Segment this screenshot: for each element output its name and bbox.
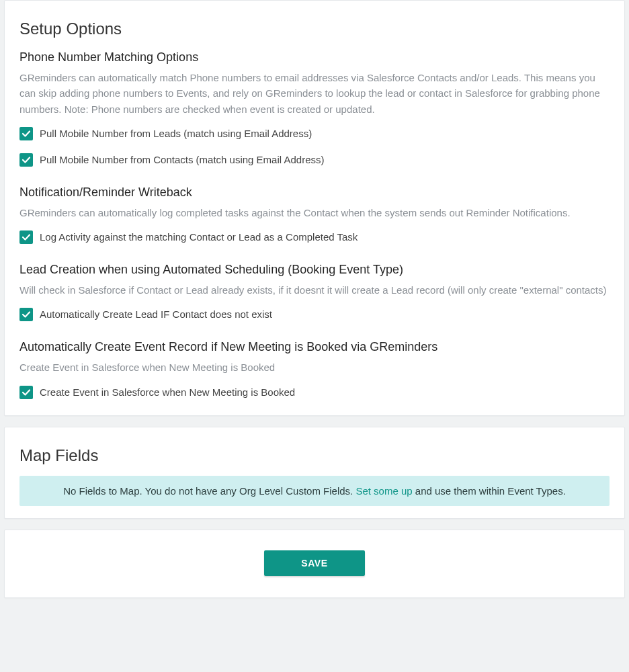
checkbox-row-create-event[interactable]: Create Event in Salesforce when New Meet… [19, 385, 610, 399]
map-fields-info-post: and use them within Event Types. [413, 485, 566, 497]
map-fields-title: Map Fields [19, 446, 610, 465]
set-some-up-link[interactable]: Set some up [355, 485, 412, 497]
checkbox-label-auto-create-lead: Automatically Create Lead IF Contact doe… [40, 307, 272, 321]
section-writeback: Notification/Reminder Writeback GReminde… [19, 185, 610, 244]
checkbox-label-pull-contacts: Pull Mobile Number from Contacts (match … [40, 153, 325, 167]
map-fields-card: Map Fields No Fields to Map. You do not … [4, 427, 625, 519]
map-fields-info-pre: No Fields to Map. You do not have any Or… [63, 485, 355, 497]
checkbox-label-log-activity: Log Activity against the matching Contac… [40, 230, 358, 244]
save-card: SAVE [4, 530, 625, 598]
setup-options-card: Setup Options Phone Number Matching Opti… [4, 0, 625, 416]
phone-matching-title: Phone Number Matching Options [19, 50, 610, 65]
checkbox-label-create-event: Create Event in Salesforce when New Meet… [40, 385, 295, 399]
checkbox-row-auto-create-lead[interactable]: Automatically Create Lead IF Contact doe… [19, 307, 610, 321]
lead-creation-title: Lead Creation when using Automated Sched… [19, 263, 610, 277]
lead-creation-desc: Will check in Salesforce if Contact or L… [19, 282, 610, 298]
writeback-desc: GReminders can automatically log complet… [19, 205, 610, 220]
checkbox-icon[interactable] [19, 127, 33, 140]
checkbox-icon[interactable] [19, 230, 33, 244]
checkbox-row-pull-contacts[interactable]: Pull Mobile Number from Contacts (match … [19, 153, 610, 167]
checkbox-icon[interactable] [19, 386, 33, 399]
section-create-event: Automatically Create Event Record if New… [19, 340, 610, 398]
setup-options-title: Setup Options [19, 19, 610, 38]
section-lead-creation: Lead Creation when using Automated Sched… [19, 263, 610, 321]
checkbox-icon[interactable] [19, 153, 33, 167]
map-fields-info: No Fields to Map. You do not have any Or… [19, 476, 610, 506]
create-event-desc: Create Event in Salesforce when New Meet… [19, 360, 610, 375]
checkbox-icon[interactable] [19, 308, 33, 321]
checkbox-row-log-activity[interactable]: Log Activity against the matching Contac… [19, 230, 610, 244]
checkbox-label-pull-leads: Pull Mobile Number from Leads (match usi… [40, 126, 312, 140]
checkbox-row-pull-leads[interactable]: Pull Mobile Number from Leads (match usi… [19, 126, 610, 140]
create-event-title: Automatically Create Event Record if New… [19, 340, 610, 354]
save-button[interactable]: SAVE [264, 550, 365, 576]
section-phone-matching: Phone Number Matching Options GReminders… [19, 50, 610, 167]
writeback-title: Notification/Reminder Writeback [19, 185, 610, 200]
phone-matching-desc: GReminders can automatically match Phone… [19, 70, 610, 117]
